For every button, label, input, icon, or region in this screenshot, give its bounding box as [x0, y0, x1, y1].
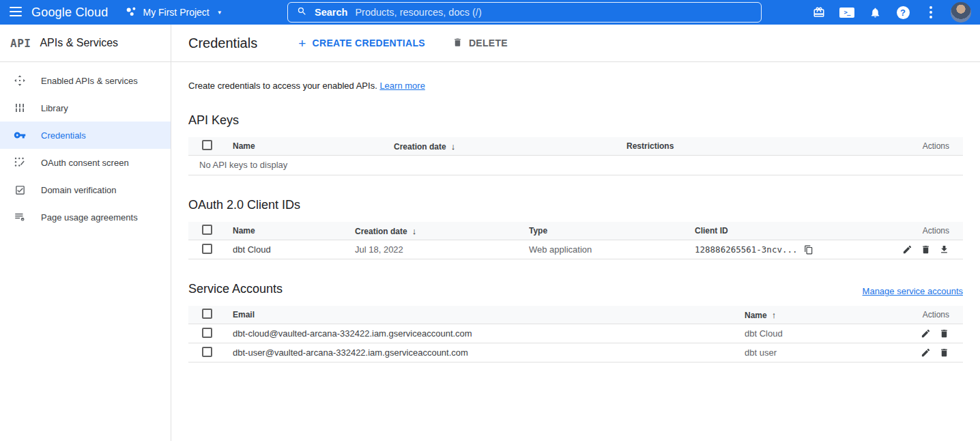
agreements-icon [14, 211, 26, 223]
enabled-apis-icon [14, 74, 26, 87]
manage-service-accounts-link[interactable]: Manage service accounts [863, 286, 963, 296]
copy-icon[interactable] [804, 245, 813, 255]
plus-icon: + [298, 37, 306, 50]
project-icon [126, 6, 136, 19]
row-actions [905, 347, 963, 358]
column-header-name[interactable]: Name [233, 226, 355, 236]
service-account-name: dbt Cloud [745, 328, 905, 339]
sidebar-item-oauth-consent[interactable]: OAuth consent screen [0, 149, 171, 176]
create-credentials-button[interactable]: + CREATE CREDENTIALS [298, 37, 425, 50]
service-account-email: dbt-user@vaulted-arcana-332422.iam.gserv… [233, 347, 745, 358]
sidebar-item-domain-verification[interactable]: Domain verification [0, 176, 171, 203]
sidebar-item-label: Library [41, 103, 68, 113]
help-icon[interactable]: ? [895, 4, 911, 20]
edit-icon[interactable] [902, 244, 912, 255]
sidebar-item-page-usage-agreements[interactable]: Page usage agreements [0, 203, 171, 231]
notifications-bell-icon[interactable] [867, 4, 883, 20]
oauth-client-name: dbt Cloud [233, 244, 355, 255]
intro-text: Create credentials to access your enable… [188, 81, 963, 91]
column-header-client-id[interactable]: Client ID [695, 226, 888, 236]
chevron-down-icon: ▼ [217, 10, 222, 16]
project-switcher[interactable]: My First Project ▼ [126, 6, 222, 19]
app-root: Google Cloud My First Project ▼ Search >… [0, 0, 980, 441]
select-all-checkbox[interactable] [202, 225, 212, 235]
page-content: Create credentials to access your enable… [171, 81, 980, 362]
download-icon[interactable] [939, 244, 949, 255]
sidebar-header: API APIs & Services [0, 25, 171, 62]
service-account-name: dbt user [745, 347, 905, 358]
search-bar[interactable]: Search [287, 2, 762, 23]
column-header-actions: Actions [905, 310, 963, 319]
delete-icon[interactable] [939, 347, 949, 358]
page-title: Credentials [188, 35, 257, 51]
edit-icon[interactable] [921, 347, 931, 358]
oauth-client-id: 128886265561-3ncv... [695, 244, 888, 255]
oauth-table-header: Name Creation date↓ Type Client ID Actio… [188, 222, 963, 240]
service-accounts-heading-row: Service Accounts Manage service accounts [188, 282, 963, 296]
hamburger-menu-button[interactable] [0, 0, 31, 25]
column-header-creation-date[interactable]: Creation date↓ [394, 141, 626, 152]
trash-icon [452, 37, 463, 50]
row-actions [888, 244, 963, 255]
sidebar-item-label: Page usage agreements [41, 212, 138, 223]
sidebar-item-enabled-apis[interactable]: Enabled APIs & services [0, 67, 171, 94]
api-keys-empty-message: No API keys to display [188, 156, 963, 175]
sidebar-item-credentials[interactable]: Credentials [0, 122, 171, 149]
column-header-name[interactable]: Name↑ [745, 310, 905, 320]
service-accounts-table: Email Name↑ Actions dbt-cloud@vaulted-ar… [188, 306, 963, 362]
column-header-restrictions[interactable]: Restrictions [626, 141, 888, 151]
learn-more-link[interactable]: Learn more [379, 81, 424, 91]
sort-desc-icon: ↓ [412, 226, 417, 236]
gift-icon[interactable] [811, 4, 827, 20]
delete-icon[interactable] [939, 328, 949, 339]
table-row: dbt-user@vaulted-arcana-332422.iam.gserv… [188, 343, 963, 362]
sort-desc-icon: ↓ [451, 141, 456, 152]
column-header-type[interactable]: Type [529, 226, 695, 236]
sidebar-item-label: Credentials [41, 130, 86, 141]
sidebar-item-label: Domain verification [41, 185, 117, 195]
page-header: Credentials + CREATE CREDENTIALS DELETE [171, 25, 980, 62]
sidebar: API APIs & Services Enabled APIs & servi… [0, 25, 171, 441]
sort-asc-icon: ↑ [772, 310, 777, 320]
row-actions [905, 328, 963, 339]
top-app-bar: Google Cloud My First Project ▼ Search >… [0, 0, 980, 25]
google-cloud-logo[interactable]: Google Cloud [31, 5, 108, 20]
search-input[interactable] [355, 7, 752, 18]
sidebar-item-library[interactable]: Library [0, 94, 171, 122]
delete-icon[interactable] [921, 244, 931, 255]
cloud-shell-icon[interactable]: >_ [839, 4, 855, 20]
table-row: dbt Cloud Jul 18, 2022 Web application 1… [188, 240, 963, 259]
service-accounts-table-header: Email Name↑ Actions [188, 306, 963, 324]
more-vert-icon[interactable] [923, 4, 939, 20]
column-header-name[interactable]: Name [233, 141, 394, 151]
select-checkbox[interactable] [202, 328, 212, 338]
oauth-client-type: Web application [529, 244, 695, 255]
oauth-client-creation-date: Jul 18, 2022 [355, 244, 529, 255]
sidebar-nav: Enabled APIs & services Library Credenti… [0, 62, 171, 231]
column-header-email[interactable]: Email [233, 310, 745, 319]
hamburger-icon [10, 7, 22, 18]
search-icon [297, 6, 307, 19]
edit-icon[interactable] [921, 328, 931, 339]
select-all-checkbox[interactable] [202, 140, 212, 150]
user-avatar[interactable] [951, 2, 971, 23]
table-row: dbt-cloud@vaulted-arcana-332422.iam.gser… [188, 324, 963, 343]
api-keys-heading: API Keys [188, 113, 963, 128]
library-icon [14, 102, 26, 114]
sidebar-item-label: OAuth consent screen [41, 158, 129, 168]
service-accounts-heading: Service Accounts [188, 282, 283, 296]
select-all-checkbox[interactable] [202, 309, 212, 319]
api-product-icon: API [10, 37, 31, 50]
select-checkbox[interactable] [202, 347, 212, 357]
oauth-clients-heading: OAuth 2.0 Client IDs [188, 198, 963, 212]
api-keys-table: Name Creation date↓ Restrictions Actions… [188, 137, 963, 175]
main-area: Credentials + CREATE CREDENTIALS DELETE … [171, 25, 980, 441]
column-header-creation-date[interactable]: Creation date↓ [355, 226, 529, 236]
page-shell: API APIs & Services Enabled APIs & servi… [0, 25, 980, 441]
key-icon [14, 129, 26, 141]
api-keys-table-header: Name Creation date↓ Restrictions Actions [188, 137, 963, 156]
domain-verification-icon [14, 184, 26, 196]
search-label: Search [315, 7, 347, 18]
select-checkbox[interactable] [202, 244, 212, 254]
delete-button[interactable]: DELETE [452, 37, 508, 50]
